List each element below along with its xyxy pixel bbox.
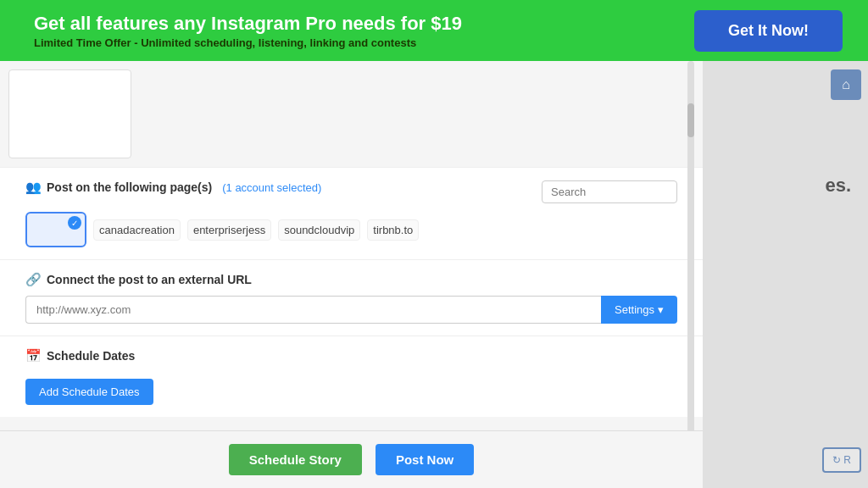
- account-chip-canadacreation[interactable]: canadacreation: [93, 219, 181, 241]
- pages-section: 👥 Post on the following page(s) (1 accou…: [0, 167, 703, 259]
- sidebar-home-button[interactable]: ⌂: [831, 69, 861, 100]
- schedule-section-header: 📅 Schedule Dates: [25, 348, 677, 363]
- refresh-icon: ↻ R: [832, 454, 851, 466]
- banner-title: Get all features any Instagram Pro needs…: [34, 13, 462, 35]
- top-banner: Get all features any Instagram Pro needs…: [0, 0, 868, 61]
- account-chip-enterpriserjess[interactable]: enterpriserjess: [187, 219, 271, 241]
- home-icon: ⌂: [842, 77, 850, 92]
- account-chip-tirbnbto[interactable]: tirbnb.to: [367, 219, 419, 241]
- url-row: Settings ▾: [25, 296, 677, 324]
- image-preview-section: [0, 61, 703, 167]
- account-chip-soundcloudvip[interactable]: soundcloudvip: [278, 219, 360, 241]
- search-input[interactable]: [542, 180, 677, 203]
- selected-account-chip[interactable]: ✓: [25, 212, 86, 247]
- get-it-now-button[interactable]: Get It Now!: [694, 10, 843, 52]
- url-label: Connect the post to an external URL: [47, 273, 252, 286]
- pages-header-row: 👥 Post on the following page(s) (1 accou…: [25, 180, 677, 203]
- url-section: 🔗 Connect the post to an external URL Se…: [0, 259, 703, 336]
- dropdown-icon: ▾: [658, 303, 664, 316]
- account-chips: ✓ canadacreation enterpriserjess soundcl…: [25, 212, 677, 247]
- settings-button[interactable]: Settings ▾: [601, 296, 677, 324]
- pages-section-header: 👥 Post on the following page(s) (1 accou…: [25, 180, 321, 195]
- add-schedule-button[interactable]: Add Schedule Dates: [25, 379, 153, 405]
- image-placeholder: [8, 69, 131, 158]
- content-scrollbar[interactable]: [687, 61, 694, 488]
- schedule-story-button[interactable]: Schedule Story: [229, 444, 362, 475]
- modal-area: 👥 Post on the following page(s) (1 accou…: [0, 61, 703, 488]
- sidebar-text-stub: es.: [825, 175, 861, 197]
- sidebar-refresh-button[interactable]: ↻ R: [822, 447, 861, 473]
- url-section-header: 🔗 Connect the post to an external URL: [25, 272, 677, 287]
- check-icon: ✓: [68, 216, 81, 230]
- url-input[interactable]: [25, 296, 601, 324]
- post-now-button[interactable]: Post Now: [376, 444, 474, 475]
- pages-label: Post on the following page(s): [47, 180, 212, 194]
- schedule-section: 📅 Schedule Dates Add Schedule Dates: [0, 336, 703, 417]
- settings-label: Settings: [615, 303, 654, 316]
- schedule-label: Schedule Dates: [47, 349, 135, 363]
- action-bar: Schedule Story Post Now: [0, 430, 703, 488]
- people-icon: 👥: [25, 180, 42, 195]
- account-count-badge: (1 account selected): [222, 181, 321, 194]
- banner-subtitle: Limited Time Offer - Unlimited schedulin…: [34, 36, 462, 49]
- right-sidebar: ⌂ es. ↻ R: [703, 61, 868, 488]
- banner-text-group: Get all features any Instagram Pro needs…: [34, 13, 462, 49]
- link-icon: 🔗: [25, 272, 42, 287]
- calendar-icon: 📅: [25, 348, 42, 363]
- scrollbar-thumb[interactable]: [687, 103, 694, 137]
